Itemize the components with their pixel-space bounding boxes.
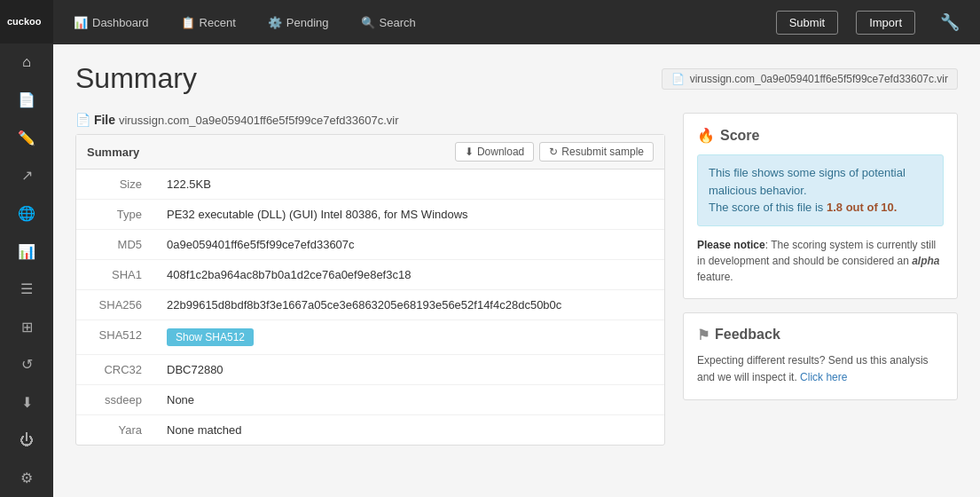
- row-val-sha256: 22b99615d8bdf8b3f3e1667a05ce3e6863205e68…: [156, 290, 664, 320]
- resubmit-button[interactable]: ↻ Resubmit sample: [539, 142, 654, 162]
- file-label: 📄 File virussign.com_0a9e059401ff6e5f5f9…: [75, 113, 665, 127]
- download-button[interactable]: ⬇ Download: [455, 142, 534, 162]
- nav-dashboard[interactable]: 📊 Dashboard: [67, 12, 156, 34]
- file-label-title: File: [94, 113, 119, 127]
- row-key-type: Type: [76, 200, 156, 230]
- show-sha512-button[interactable]: Show SHA512: [167, 328, 254, 346]
- table-row: SHA512 Show SHA512: [76, 320, 664, 355]
- sidebar-item-share[interactable]: ↗: [0, 157, 53, 195]
- flag-icon: ⚑: [697, 327, 710, 343]
- sidebar-item-grid[interactable]: ⊞: [0, 308, 53, 346]
- nav-search[interactable]: 🔍 Search: [354, 12, 423, 34]
- download-arrow-icon: ⬇: [465, 146, 474, 158]
- row-key-yara: Yara: [76, 415, 156, 446]
- table-row: CRC32 DBC72880: [76, 355, 664, 385]
- chart-icon: 📊: [18, 243, 35, 260]
- row-key-crc32: CRC32: [76, 355, 156, 385]
- file-label-name: virussign.com_0a9e059401ff6e5f5f99ce7efd…: [119, 114, 399, 127]
- home-icon: ⌂: [22, 54, 31, 70]
- row-val-ssdeep: None: [156, 385, 664, 415]
- score-card: 🔥 Score This file shows some signs of po…: [683, 113, 958, 299]
- sidebar-item-edit[interactable]: ✏️: [0, 119, 53, 157]
- row-val-sha1: 408f1c2ba964ac8b7b0a1d2ce76a0ef9e8ef3c18: [156, 260, 664, 290]
- search-icon: 🔍: [361, 16, 375, 29]
- page-title: Summary: [75, 62, 197, 95]
- row-val-sha512: Show SHA512: [156, 320, 664, 355]
- file-tag-text: virussign.com_0a9e059401ff6e5f5f99ce7efd…: [690, 73, 948, 85]
- feedback-title: ⚑ Feedback: [697, 327, 944, 343]
- submit-button[interactable]: Submit: [776, 11, 838, 35]
- power-icon: ⏻: [20, 432, 34, 448]
- sync-icon: ↺: [21, 356, 33, 373]
- score-value: 1.8 out of 10.: [827, 201, 897, 214]
- row-val-size: 122.5KB: [156, 170, 664, 200]
- grid-icon: ⊞: [21, 319, 33, 335]
- list-icon: ☰: [20, 280, 33, 297]
- summary-card: Summary ⬇ Download ↻ Resubmit sample: [75, 134, 665, 446]
- feedback-card: ⚑ Feedback Expecting different results? …: [683, 312, 958, 400]
- file-label-icon: 📄: [75, 113, 94, 127]
- edit-icon: ✏️: [18, 130, 35, 146]
- sidebar: cuckoo ⌂ 📄 ✏️ ↗ 🌐 📊 ☰ ⊞ ↺ ⬇ ⏻ ⚙: [0, 0, 53, 497]
- left-column: 📄 File virussign.com_0a9e059401ff6e5f5f9…: [75, 113, 665, 446]
- refresh-icon: ↻: [549, 146, 558, 158]
- info-table: Size 122.5KB Type PE32 executable (DLL) …: [76, 170, 664, 445]
- table-row: Type PE32 executable (DLL) (GUI) Intel 8…: [76, 200, 664, 230]
- row-key-md5: MD5: [76, 230, 156, 260]
- table-row: MD5 0a9e059401ff6e5f5f99ce7efd33607c: [76, 230, 664, 260]
- file-tag: 📄 virussign.com_0a9e059401ff6e5f5f99ce7e…: [662, 68, 958, 90]
- table-row: SHA1 408f1c2ba964ac8b7b0a1d2ce76a0ef9e8e…: [76, 260, 664, 290]
- download-icon: ⬇: [21, 394, 33, 411]
- sidebar-item-download[interactable]: ⬇: [0, 383, 53, 422]
- row-val-crc32: DBC72880: [156, 355, 664, 385]
- score-title: 🔥 Score: [697, 127, 944, 144]
- nav-pending[interactable]: ⚙️ Pending: [261, 12, 336, 34]
- table-row: Size 122.5KB: [76, 170, 664, 200]
- row-val-type: PE32 executable (DLL) (GUI) Intel 80386,…: [156, 200, 664, 230]
- score-notice: Please notice: The scoring system is cur…: [697, 237, 944, 285]
- file-icon: 📄: [18, 91, 35, 108]
- settings-icon: ⚙: [20, 469, 33, 486]
- main-area: 📊 Dashboard 📋 Recent ⚙️ Pending 🔍 Search…: [53, 0, 980, 497]
- page-header: Summary 📄 virussign.com_0a9e059401ff6e5f…: [75, 62, 958, 95]
- sidebar-item-settings[interactable]: ⚙: [0, 459, 53, 497]
- pending-icon: ⚙️: [268, 16, 282, 29]
- two-col-layout: 📄 File virussign.com_0a9e059401ff6e5f5f9…: [75, 113, 958, 446]
- recent-icon: 📋: [181, 16, 195, 29]
- sidebar-item-chart[interactable]: 📊: [0, 233, 53, 271]
- score-alert-line1: This file shows some signs of potential …: [709, 164, 932, 199]
- topnav: 📊 Dashboard 📋 Recent ⚙️ Pending 🔍 Search…: [53, 0, 980, 44]
- dashboard-icon: 📊: [74, 16, 88, 29]
- table-row: Yara None matched: [76, 415, 664, 446]
- sidebar-logo: cuckoo: [0, 0, 53, 43]
- file-tag-icon: 📄: [671, 73, 685, 85]
- share-icon: ↗: [21, 167, 33, 184]
- globe-icon: 🌐: [18, 205, 35, 222]
- import-button[interactable]: Import: [856, 11, 915, 35]
- wrench-icon[interactable]: 🔧: [933, 9, 967, 36]
- content-area: Summary 📄 virussign.com_0a9e059401ff6e5f…: [53, 44, 980, 497]
- sidebar-item-home[interactable]: ⌂: [0, 43, 53, 82]
- row-val-yara: None matched: [156, 415, 664, 446]
- sidebar-item-file[interactable]: 📄: [0, 82, 53, 120]
- nav-recent[interactable]: 📋 Recent: [174, 12, 243, 34]
- table-row: SHA256 22b99615d8bdf8b3f3e1667a05ce3e686…: [76, 290, 664, 320]
- row-key-size: Size: [76, 170, 156, 200]
- row-val-md5: 0a9e059401ff6e5f5f99ce7efd33607c: [156, 230, 664, 260]
- row-key-ssdeep: ssdeep: [76, 385, 156, 415]
- sidebar-item-sync[interactable]: ↺: [0, 346, 53, 384]
- feedback-click-here-link[interactable]: Click here: [800, 371, 847, 383]
- right-column: 🔥 Score This file shows some signs of po…: [683, 113, 958, 400]
- score-alert: This file shows some signs of potential …: [697, 154, 944, 226]
- fire-icon: 🔥: [697, 127, 715, 144]
- svg-text:cuckoo: cuckoo: [7, 16, 42, 27]
- score-alert-line2: The score of this file is 1.8 out of 10.: [709, 199, 932, 217]
- header-actions: ⬇ Download ↻ Resubmit sample: [455, 142, 654, 162]
- table-row: ssdeep None: [76, 385, 664, 415]
- row-key-sha1: SHA1: [76, 260, 156, 290]
- sidebar-item-power[interactable]: ⏻: [0, 422, 53, 460]
- sidebar-item-globe[interactable]: 🌐: [0, 194, 53, 233]
- row-key-sha512: SHA512: [76, 320, 156, 355]
- sidebar-item-list[interactable]: ☰: [0, 270, 53, 308]
- summary-card-header: Summary ⬇ Download ↻ Resubmit sample: [76, 135, 664, 170]
